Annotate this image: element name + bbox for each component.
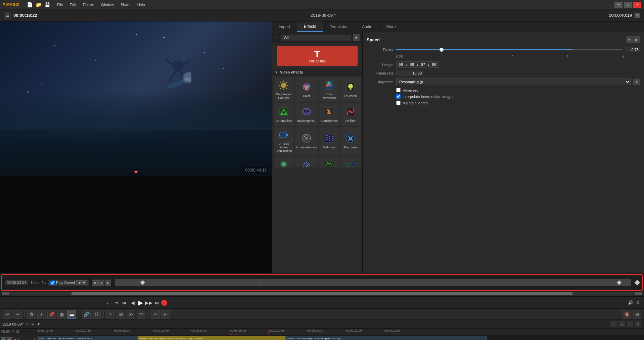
transport-mark-in[interactable]: ⌐ xyxy=(105,299,112,306)
algorithm-dropdown[interactable]: Resampling (p... xyxy=(396,79,631,85)
effect-speed[interactable]: Speed xyxy=(294,156,318,167)
menu-window[interactable]: Window xyxy=(98,2,117,7)
tab-templates[interactable]: Templates xyxy=(323,21,355,32)
timeline-project-tab[interactable]: 2019-09-09* xyxy=(3,322,23,326)
effect-prodad-mercalli[interactable]: proDAD Mercalli 2.0 xyxy=(319,156,339,167)
toolbar-split[interactable]: ⊢ xyxy=(161,310,170,319)
transport-to-start[interactable]: ⏮ xyxy=(121,299,128,306)
transport-next-frame[interactable]: ▶▶ xyxy=(145,299,152,306)
kf-right-end-diamond[interactable] xyxy=(635,280,640,286)
toolbar-select[interactable]: ↖ xyxy=(106,310,115,319)
effects-dropdown-arrow[interactable]: ▼ xyxy=(353,34,360,41)
timeline-tab-dropdown[interactable]: ▼ xyxy=(37,322,41,326)
hamburger-menu[interactable]: ☰ xyxy=(4,12,11,19)
effect-shot-match[interactable]: Shot match xyxy=(340,156,361,167)
kf-btn-square[interactable]: ■ xyxy=(92,280,98,286)
maintain-label[interactable]: Maintain length xyxy=(403,101,428,105)
tab-audio[interactable]: Audio xyxy=(355,21,379,32)
effect-stanzformen[interactable]: Stanzformen xyxy=(319,103,339,126)
speed-nav-end[interactable]: ⏭ xyxy=(633,36,640,43)
kf-play-speed-dropdown[interactable]: ▼ xyxy=(76,280,87,285)
save-icon[interactable]: 💾 xyxy=(44,1,50,8)
window-maximize[interactable]: □ xyxy=(624,2,632,8)
menu-edit[interactable]: Edit xyxy=(67,2,79,7)
interpolate-label[interactable]: Interpolate intermediate images xyxy=(403,95,454,99)
toolbar-ripple[interactable]: ≫ xyxy=(127,310,135,319)
effect-leuchten[interactable]: Leuchten xyxy=(340,77,361,102)
track1-mute[interactable]: M xyxy=(7,337,12,340)
clip-1-right[interactable]: video-1280-seo-vegas-videofx-speed-int.m… xyxy=(285,336,487,340)
maintain-checkbox[interactable] xyxy=(396,101,401,105)
track1-close[interactable]: ✕ xyxy=(17,338,20,340)
transport-settings[interactable]: ⚙ xyxy=(636,300,640,305)
kf-scroll-right[interactable] xyxy=(635,292,642,295)
title-editing-card[interactable]: T Title editing xyxy=(277,46,358,66)
track1-collapse[interactable]: + xyxy=(14,338,16,340)
new-file-icon[interactable]: 📄 xyxy=(26,1,33,8)
effect-art-filter[interactable]: Art filter xyxy=(340,103,361,126)
length-timecode[interactable]: 00 : 00 : 07 : 00 xyxy=(396,61,439,68)
toolbar-vol-mute[interactable]: 🔇 xyxy=(623,310,631,319)
kf-btn-circle[interactable]: ● xyxy=(98,280,104,286)
open-folder-icon[interactable]: 📁 xyxy=(35,1,42,8)
toolbar-zoom[interactable]: ⊞ xyxy=(633,310,641,319)
toolbar-cut[interactable]: ✂ xyxy=(151,310,160,319)
track1-solo[interactable]: S xyxy=(1,337,6,340)
interpolate-checkbox[interactable] xyxy=(396,94,401,99)
menu-help[interactable]: Help xyxy=(135,2,148,7)
factor-slider[interactable] xyxy=(396,49,622,50)
algorithm-dropdown-btn[interactable]: ▼ xyxy=(633,79,640,85)
kf-play-speed-checkbox[interactable] xyxy=(50,281,55,285)
menu-share[interactable]: Share xyxy=(118,2,133,7)
video-effects-header[interactable]: ▼ Video effects xyxy=(272,69,362,76)
transport-mark-out[interactable]: ¬ xyxy=(113,299,120,306)
kf-diamond-left[interactable] xyxy=(140,280,145,285)
toolbar-redo[interactable]: ↪ xyxy=(13,310,21,319)
menu-file[interactable]: File xyxy=(54,2,66,7)
speed-nav-down[interactable]: ▼ xyxy=(626,36,633,43)
effects-scroll[interactable]: T Title editing ▼ Video effects xyxy=(272,43,362,167)
clip-1-middle[interactable]: video-1280-seo-vegas-videofx-speed-int.m… xyxy=(138,336,285,340)
effect-color-correction[interactable]: Color correction xyxy=(319,77,339,102)
timeline-settings[interactable]: ≡ xyxy=(635,321,641,327)
transport-record[interactable] xyxy=(161,300,167,306)
effect-linsenreflexion[interactable]: Linsenreflexion xyxy=(294,127,318,155)
toolbar-undo[interactable]: ↩ xyxy=(3,310,11,319)
preview-close[interactable]: ✕ xyxy=(635,13,640,18)
toolbar-trim[interactable]: ⌤ xyxy=(137,310,145,319)
effect-chroma-key[interactable]: Chroma key xyxy=(273,103,294,126)
timeline-fit-height[interactable]: ↕ xyxy=(610,321,617,327)
effect-sharpness[interactable]: Sharpness xyxy=(340,127,361,155)
effect-distortion[interactable]: Distortion xyxy=(319,127,339,155)
effect-maskengene[interactable]: Maskengene... xyxy=(294,103,318,126)
timeline-tab-close[interactable]: ✕ xyxy=(26,322,29,326)
kf-diamond-right[interactable] xyxy=(617,280,622,285)
timeline-fit-width[interactable]: ↔ xyxy=(618,321,625,327)
kf-scrollbar-track[interactable] xyxy=(9,292,635,295)
transport-play[interactable]: ▶ xyxy=(137,299,144,306)
effect-brightness-contrast[interactable]: Brightness/ Contrast xyxy=(273,77,294,102)
timeline-add-track[interactable]: + xyxy=(627,321,633,327)
nav-back-arrow[interactable]: ← xyxy=(275,35,279,40)
toolbar-unlink[interactable]: ⛓ xyxy=(92,310,101,319)
toolbar-marker[interactable]: 📌 xyxy=(47,310,56,319)
kf-btn-play[interactable]: ▶ xyxy=(105,280,111,286)
tab-store[interactable]: Store xyxy=(379,21,403,32)
transport-volume[interactable]: 🔊 xyxy=(628,300,633,305)
clip-1-left[interactable]: video-1280-seo-vegas-videofx-speed-int.m… xyxy=(37,336,138,340)
toolbar-timeline[interactable]: ▬ xyxy=(67,310,76,319)
kf-scroll-left[interactable] xyxy=(2,292,9,295)
effect-color[interactable]: Color xyxy=(294,77,318,102)
window-minimize[interactable]: ─ xyxy=(614,2,623,8)
window-close[interactable]: ✕ xyxy=(633,2,641,8)
toolbar-delete[interactable]: 🗑 xyxy=(27,310,36,319)
effect-vegas-stabilization[interactable]: VEGAS Video Stabilization xyxy=(273,127,294,155)
timeline-tab-add[interactable]: + xyxy=(32,322,34,327)
tab-effects[interactable]: Effects xyxy=(297,21,323,32)
kf-scrollbar-thumb[interactable] xyxy=(72,292,573,295)
tab-import[interactable]: Import xyxy=(272,21,297,32)
reversed-label[interactable]: Reversed xyxy=(403,88,418,92)
toolbar-multi-select[interactable]: ⊞ xyxy=(117,310,125,319)
toolbar-link[interactable]: 🔗 xyxy=(82,310,91,319)
reversed-checkbox[interactable] xyxy=(396,88,401,92)
